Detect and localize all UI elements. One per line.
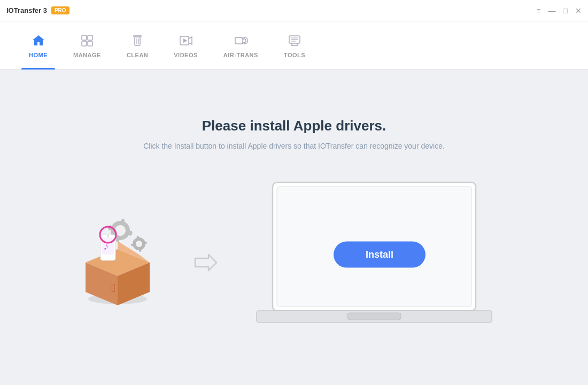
install-button[interactable]: Install — [334, 241, 425, 267]
close-button[interactable]: ✕ — [575, 7, 582, 14]
nav-label-home: HOME — [29, 52, 48, 58]
menu-icon[interactable]: ≡ — [536, 7, 540, 14]
nav-item-home[interactable]: HOME — [16, 21, 60, 70]
videos-icon — [178, 33, 194, 49]
svg-rect-0 — [82, 35, 87, 40]
nav-label-manage: MANAGE — [73, 52, 101, 58]
nav-label-clean: CLEAN — [127, 52, 148, 58]
svg-rect-5 — [135, 37, 140, 45]
nav-item-videos[interactable]: VIDEOS — [161, 21, 211, 70]
nav-bar: HOME MANAGE CLEAN — [0, 21, 588, 70]
nav-label-tools: TOOLS — [284, 52, 305, 58]
clean-icon — [129, 33, 145, 49]
title-bar-controls: ≡ — □ ✕ — [536, 7, 582, 14]
illustration:  — [69, 177, 519, 337]
maximize-button[interactable]: □ — [563, 7, 568, 14]
nav-item-tools[interactable]: TOOLS — [271, 21, 318, 70]
pro-badge: PRO — [51, 6, 69, 14]
nav-label-air-trans: AIR-TRANS — [223, 52, 258, 58]
manage-icon — [79, 33, 95, 49]
svg-rect-3 — [88, 41, 92, 46]
title-bar: IOTransfer 3 PRO ≡ — □ ✕ — [0, 0, 588, 21]
svg-point-44 — [107, 235, 109, 237]
arrow — [187, 252, 219, 273]
svg-rect-1 — [88, 35, 92, 40]
minimize-button[interactable]: — — [548, 7, 556, 14]
app-title: IOTransfer 3 — [6, 6, 47, 14]
nav-item-air-trans[interactable]: AIR-TRANS — [211, 21, 271, 70]
nav-item-clean[interactable]: CLEAN — [114, 21, 161, 70]
tools-icon — [287, 33, 303, 49]
box-illustration:  — [69, 214, 166, 300]
svg-marker-9 — [183, 38, 187, 43]
nav-item-manage[interactable]: MANAGE — [60, 21, 114, 70]
air-trans-icon — [233, 33, 249, 49]
main-content: Please install Apple drivers. Click the … — [0, 70, 588, 385]
svg-text::  — [111, 281, 115, 295]
laptop-illustration: Install — [241, 177, 519, 337]
home-icon — [30, 33, 47, 49]
headline: Please install Apple drivers. — [202, 118, 386, 134]
svg-rect-50 — [347, 313, 401, 320]
svg-marker-46 — [195, 255, 216, 271]
svg-rect-2 — [82, 41, 87, 46]
subtext: Click the Install button to install Appl… — [143, 142, 445, 150]
title-bar-left: IOTransfer 3 PRO — [6, 6, 69, 14]
svg-rect-10 — [235, 37, 243, 44]
nav-label-videos: VIDEOS — [174, 52, 198, 58]
